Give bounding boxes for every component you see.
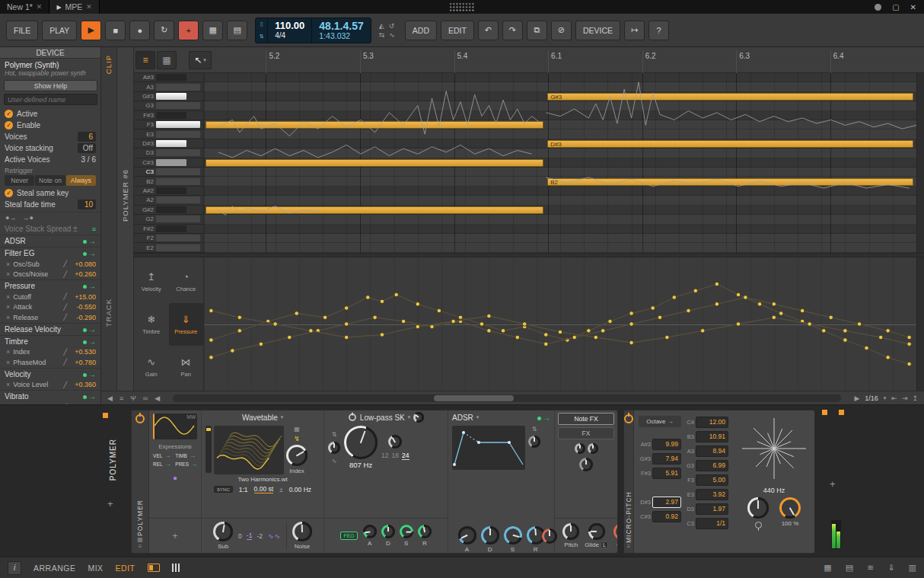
pressure-point[interactable] <box>373 315 378 320</box>
project-tab[interactable]: ▶MPE✕ <box>49 0 99 14</box>
mod-amount-value[interactable]: +0.260 <box>70 270 96 278</box>
piano-key[interactable]: G2 <box>134 215 203 224</box>
restore-window-button[interactable]: ▢ <box>892 3 899 11</box>
polymer-expand-icon[interactable]: ≡ <box>139 543 142 550</box>
view-button-arrange[interactable]: ARRANGE <box>33 564 75 573</box>
piano-key[interactable]: A3 <box>134 82 203 91</box>
micropitch-tuning-value[interactable]: 1.97 <box>696 503 728 515</box>
piano-key[interactable]: A#2 <box>134 187 203 196</box>
pressure-point[interactable] <box>608 319 613 324</box>
retrigger-option-never[interactable]: Never <box>5 175 34 186</box>
sub-octave-0[interactable]: 0 <box>238 532 242 540</box>
micropitch-tuning-value[interactable]: 10.91 <box>696 431 728 442</box>
pressure-point[interactable] <box>715 282 719 286</box>
stop-button[interactable]: ■ <box>105 21 126 40</box>
pressure-point[interactable] <box>700 329 705 334</box>
pressure-point[interactable] <box>672 295 677 300</box>
timeline-ruler[interactable]: 5.25.35.46.16.26.36.4 <box>204 47 916 73</box>
sub-octave--1[interactable]: -1 <box>247 532 253 540</box>
pressure-point[interactable] <box>601 329 605 334</box>
add-device-button[interactable]: + <box>830 478 836 490</box>
feg-knob-a[interactable] <box>363 525 377 538</box>
voice-stacking-value[interactable]: Off <box>78 143 96 153</box>
steal-fade-value[interactable]: 10 <box>78 200 96 209</box>
pressure-point[interactable] <box>587 329 591 334</box>
filter-slope-12[interactable]: 12 <box>381 452 388 460</box>
pressure-point[interactable] <box>544 342 549 346</box>
pressure-point[interactable] <box>829 315 833 320</box>
note-fx-tab[interactable]: Note FX <box>558 413 614 425</box>
pressure-point[interactable] <box>231 349 235 353</box>
pressure-point[interactable] <box>715 302 719 307</box>
tab-play-icon[interactable]: ▶ <box>56 4 61 11</box>
zoom-icon-0[interactable]: ⇤ <box>891 394 897 402</box>
play-menu-button[interactable]: PLAY <box>42 21 77 40</box>
pressure-point[interactable] <box>693 289 698 293</box>
add-oscillator-button[interactable]: + <box>173 531 178 541</box>
pressure-point[interactable] <box>629 322 634 327</box>
envelope-knob-s[interactable] <box>504 526 522 544</box>
remove-modulation-icon[interactable]: × <box>6 303 10 311</box>
envelope-display[interactable] <box>452 426 525 470</box>
remove-modulation-icon[interactable]: × <box>6 314 10 321</box>
micropitch-tuning-value[interactable]: 8.94 <box>696 445 728 457</box>
pressure-point[interactable] <box>907 362 912 366</box>
expression-slot-vel[interactable]: VEL→ <box>153 452 172 459</box>
polymer-remote-icon[interactable]: ▦ <box>137 536 143 543</box>
piano-key[interactable]: E2 <box>134 243 203 252</box>
pressure-point[interactable] <box>237 315 242 320</box>
pressure-point[interactable] <box>572 335 577 340</box>
pressure-point[interactable] <box>209 338 214 343</box>
noise-knob[interactable] <box>292 522 312 541</box>
piano-key[interactable]: F3 <box>134 120 203 129</box>
scrollbar-thumb[interactable] <box>434 395 514 401</box>
mod-amount-value[interactable]: +0.080 <box>70 260 96 268</box>
active-checkbox[interactable]: ✓ <box>5 110 13 118</box>
steal-same-key-checkbox[interactable]: ✓ <box>5 189 13 197</box>
edit-menu-button[interactable]: EDIT <box>441 21 474 40</box>
pressure-point[interactable] <box>487 314 492 318</box>
velocity-curve-knob[interactable] <box>542 529 557 544</box>
remove-modulation-icon[interactable]: × <box>6 260 10 268</box>
filter-mix-knob[interactable] <box>328 442 340 454</box>
playhead-time-value[interactable]: 1:43.032 <box>319 32 363 40</box>
micropitch-tuning-value[interactable]: 0.92 <box>652 511 681 522</box>
piano-key[interactable]: C#3 <box>134 158 203 168</box>
file-browser-icon[interactable]: ▤ <box>846 563 853 573</box>
envelope-route-icon[interactable]: → <box>537 414 550 422</box>
osc-waveform-display[interactable]: MW <box>153 414 197 439</box>
timeline-tick[interactable]: 6.4 <box>830 50 831 73</box>
add-device-before-button[interactable]: + <box>107 498 113 509</box>
timeline-tick[interactable]: 6.3 <box>736 50 737 73</box>
micropitch-mix-knob[interactable] <box>779 497 801 519</box>
mod-amount-value[interactable]: +0.780 <box>70 359 96 366</box>
pressure-point[interactable] <box>487 329 492 334</box>
pressure-point[interactable] <box>209 308 214 313</box>
remove-modulation-icon[interactable]: × <box>6 381 10 388</box>
pressure-point[interactable] <box>736 322 741 327</box>
pressure-point[interactable] <box>515 335 520 340</box>
pressure-point[interactable] <box>544 333 549 337</box>
duplicate-button[interactable]: ⧉ <box>527 21 547 40</box>
micropitch-power-button[interactable] <box>624 414 633 423</box>
pressure-point[interactable] <box>366 295 371 300</box>
out-knob[interactable] <box>613 523 618 540</box>
feg-knob-d[interactable] <box>381 525 395 538</box>
pressure-point[interactable] <box>344 306 349 311</box>
view-button-mix[interactable]: MIX <box>88 564 103 573</box>
pressure-point[interactable] <box>344 322 349 327</box>
remove-modulation-icon[interactable]: × <box>6 348 10 356</box>
pressure-point[interactable] <box>822 329 827 334</box>
pressure-point[interactable] <box>558 330 562 334</box>
pressure-point[interactable] <box>380 299 384 304</box>
sync-toggle[interactable]: SYNC <box>214 486 233 493</box>
pressure-point[interactable] <box>629 311 634 316</box>
io-routing-icon[interactable]: ▦ <box>824 563 831 573</box>
index-knob[interactable] <box>286 445 307 466</box>
filter-drive-knob[interactable] <box>413 412 424 423</box>
micropitch-tuning-value[interactable]: 6.99 <box>696 460 728 471</box>
expression-lane-pressure[interactable]: ⇓Pressure <box>169 303 204 346</box>
filter-slope-24[interactable]: 24 <box>402 452 409 460</box>
reference-pitch-knob[interactable] <box>747 497 769 519</box>
wavetable-file-name[interactable]: Two Harmonics.wt <box>206 476 320 483</box>
